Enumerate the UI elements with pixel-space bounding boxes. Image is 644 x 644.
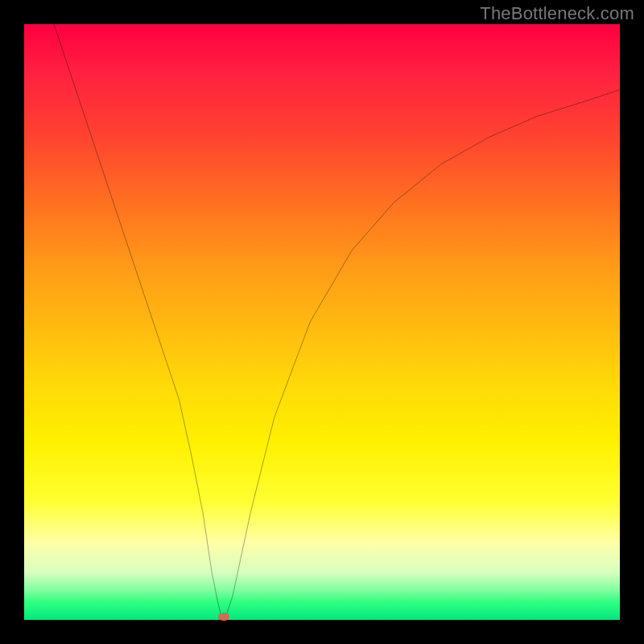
curve-path — [54, 24, 620, 617]
plot-area — [24, 24, 620, 620]
chart-frame: TheBottleneck.com — [0, 0, 644, 644]
bottleneck-curve — [24, 24, 620, 620]
optimal-point-marker — [218, 613, 229, 621]
watermark-text: TheBottleneck.com — [480, 3, 634, 24]
